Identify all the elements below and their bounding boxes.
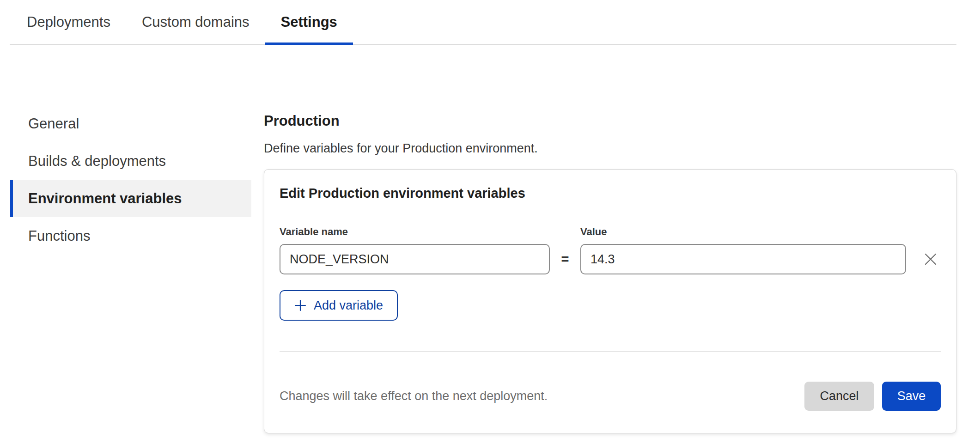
close-icon [924, 253, 937, 266]
deployment-note: Changes will take effect on the next dep… [280, 389, 804, 403]
save-button[interactable]: Save [882, 382, 941, 411]
add-variable-label: Add variable [314, 298, 383, 313]
environment-variables-card: Edit Production environment variables Va… [264, 169, 956, 433]
value-label: Value [580, 226, 906, 238]
variable-name-column: Variable name [280, 226, 550, 274]
tab-settings[interactable]: Settings [265, 0, 353, 44]
tab-custom-domains[interactable]: Custom domains [126, 0, 265, 44]
sidebar-item-functions[interactable]: Functions [10, 217, 251, 255]
project-tab-bar: Deployments Custom domains Settings [10, 0, 956, 45]
card-divider [280, 351, 941, 352]
sidebar-item-environment-variables[interactable]: Environment variables [10, 180, 251, 217]
add-variable-button[interactable]: Add variable [280, 290, 398, 321]
variable-row: Variable name = Value [280, 226, 941, 274]
settings-sidebar: General Builds & deployments Environment… [10, 105, 251, 255]
variable-value-column: Value [580, 226, 906, 274]
page-description: Define variables for your Production env… [264, 140, 956, 156]
plus-icon [294, 299, 306, 311]
sidebar-item-general[interactable]: General [10, 105, 251, 142]
variable-value-input[interactable] [580, 244, 906, 274]
tab-deployments[interactable]: Deployments [11, 0, 126, 44]
settings-main-panel: Production Define variables for your Pro… [264, 113, 956, 433]
sidebar-item-builds-deployments[interactable]: Builds & deployments [10, 142, 251, 180]
page-title: Production [264, 113, 956, 129]
card-title: Edit Production environment variables [280, 185, 941, 201]
cancel-button[interactable]: Cancel [804, 382, 874, 411]
card-footer: Changes will take effect on the next dep… [280, 382, 941, 411]
remove-variable-button[interactable] [922, 251, 939, 268]
variable-name-input[interactable] [280, 244, 550, 274]
variable-name-label: Variable name [280, 226, 550, 238]
remove-variable-cell [906, 244, 941, 274]
equals-sign: = [550, 244, 580, 274]
